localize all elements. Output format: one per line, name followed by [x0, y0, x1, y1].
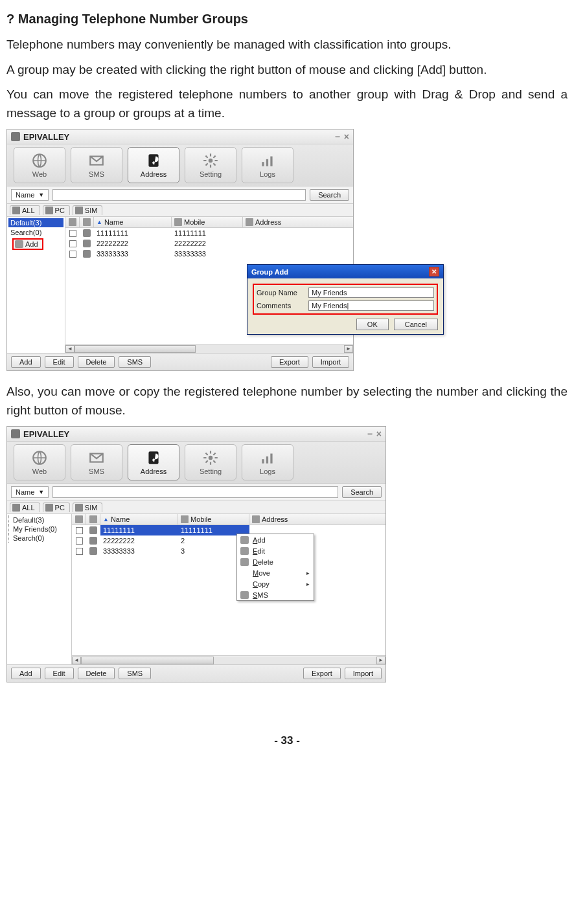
- search-button[interactable]: Search: [310, 189, 349, 201]
- table-row[interactable]: 22222222 22222222: [65, 238, 353, 249]
- sim-icon: [75, 504, 83, 512]
- checkbox[interactable]: [69, 240, 76, 247]
- search-field-dropdown[interactable]: Name ▼: [11, 486, 49, 498]
- ctx-add[interactable]: Add: [237, 534, 314, 545]
- col-mobile[interactable]: Mobile: [178, 514, 249, 524]
- checkbox[interactable]: [69, 251, 76, 258]
- bottom-toolbar: Add Edit Delete SMS Export Import: [7, 664, 385, 682]
- toolbar-logs[interactable]: Logs: [242, 147, 293, 183]
- sidebar-item-default[interactable]: Default(3): [8, 218, 63, 227]
- scroll-left-icon[interactable]: ◄: [72, 657, 81, 664]
- ctx-move[interactable]: Move▸: [237, 567, 314, 578]
- paragraph: You can move the registered telephone nu…: [6, 85, 568, 122]
- sidebar-item[interactable]: Default(3): [8, 515, 70, 524]
- scroll-thumb[interactable]: [81, 657, 214, 664]
- minimize-icon[interactable]: −: [367, 429, 373, 439]
- ok-button[interactable]: OK: [356, 319, 389, 330]
- ctx-sms[interactable]: SMS: [237, 589, 314, 600]
- minimize-icon[interactable]: −: [335, 131, 340, 142]
- col-name[interactable]: ▲Name: [100, 514, 178, 524]
- tab-all[interactable]: ALL: [10, 502, 40, 512]
- sms-button[interactable]: SMS: [119, 668, 151, 679]
- scroll-right-icon[interactable]: ►: [344, 345, 353, 353]
- tab-sim[interactable]: SIM: [73, 205, 103, 215]
- add-button[interactable]: Add: [11, 668, 41, 679]
- ctx-delete[interactable]: Delete: [237, 556, 314, 567]
- scroll-thumb[interactable]: [75, 345, 196, 353]
- search-input[interactable]: [52, 189, 306, 201]
- toolbar-label: Setting: [200, 468, 222, 475]
- sidebar-item[interactable]: My Friends(0): [8, 524, 70, 534]
- toolbar-web[interactable]: Web: [14, 444, 65, 480]
- export-button[interactable]: Export: [303, 668, 341, 679]
- col-address[interactable]: Address: [243, 217, 353, 227]
- tab-sim[interactable]: SIM: [73, 502, 103, 512]
- submenu-arrow-icon: ▸: [306, 570, 310, 576]
- sms-button[interactable]: SMS: [119, 356, 151, 368]
- toolbar-label: SMS: [89, 468, 104, 475]
- import-button[interactable]: Import: [312, 356, 349, 368]
- table-row[interactable]: 33333333 33333333: [65, 249, 353, 259]
- dialog-titlebar[interactable]: Group Add ✕: [247, 265, 443, 278]
- toolbar-sms[interactable]: SMS: [71, 444, 122, 480]
- add-button[interactable]: Add: [11, 356, 41, 368]
- tab-pc[interactable]: PC: [43, 502, 70, 512]
- tab-pc[interactable]: PC: [43, 205, 70, 215]
- bars-icon: [258, 449, 277, 466]
- export-button[interactable]: Export: [271, 356, 308, 368]
- table-row[interactable]: 11111111 11111111: [72, 525, 385, 535]
- toolbar-sms[interactable]: SMS: [71, 147, 122, 183]
- col-mobile[interactable]: Mobile: [172, 217, 243, 227]
- checkbox[interactable]: [76, 527, 83, 534]
- h-scrollbar[interactable]: ◄ ►: [65, 344, 353, 353]
- h-scrollbar[interactable]: ◄ ►: [72, 655, 385, 664]
- edit-button[interactable]: Edit: [45, 668, 74, 679]
- table-row[interactable]: 22222222 2: [72, 535, 385, 546]
- col-address[interactable]: Address: [249, 514, 385, 524]
- cell-name: 33333333: [100, 546, 178, 556]
- search-field-dropdown[interactable]: Name ▼: [11, 189, 49, 201]
- check-header-icon[interactable]: [75, 515, 83, 523]
- search-button[interactable]: Search: [342, 486, 382, 498]
- check-header-icon[interactable]: [69, 218, 76, 226]
- scroll-right-icon[interactable]: ►: [376, 657, 385, 664]
- toolbar-setting[interactable]: Setting: [185, 147, 236, 183]
- toolbar-address[interactable]: Address: [128, 444, 179, 480]
- tab-all[interactable]: ALL: [10, 205, 40, 215]
- svg-point-10: [209, 456, 213, 460]
- toolbar-label: Address: [141, 468, 166, 475]
- ctx-edit[interactable]: Edit: [237, 545, 314, 556]
- cell-mobile: 33333333: [172, 249, 243, 259]
- checkbox[interactable]: [69, 230, 76, 237]
- group-name-input[interactable]: My Friends: [308, 287, 434, 298]
- delete-button[interactable]: Delete: [78, 668, 115, 679]
- toolbar-address[interactable]: Address: [128, 147, 179, 183]
- col-name[interactable]: ▲Name: [94, 217, 172, 227]
- edit-button[interactable]: Edit: [45, 356, 74, 368]
- source-icon: [89, 547, 97, 555]
- table-row[interactable]: 33333333 3: [72, 546, 385, 556]
- cancel-button[interactable]: Cancel: [394, 319, 438, 330]
- context-add-button[interactable]: Add: [12, 238, 43, 250]
- section-heading: ? Managing Telephone Number Groups: [6, 12, 568, 27]
- import-button[interactable]: Import: [345, 668, 382, 679]
- search-bar: Name ▼ Search: [7, 186, 353, 204]
- search-input[interactable]: [52, 486, 338, 498]
- ctx-copy[interactable]: Copy▸: [237, 578, 314, 589]
- checkbox[interactable]: [76, 537, 83, 545]
- sidebar-item[interactable]: Search(0): [8, 534, 70, 543]
- app-window: EPIVALLEY − × Web SMS Address Setti: [6, 129, 354, 371]
- mobile-icon: [174, 218, 182, 226]
- dialog-close-icon[interactable]: ✕: [429, 267, 439, 276]
- toolbar-logs[interactable]: Logs: [242, 444, 293, 480]
- sidebar-item-search[interactable]: Search(0): [8, 228, 63, 237]
- delete-button[interactable]: Delete: [78, 356, 115, 368]
- scroll-left-icon[interactable]: ◄: [65, 345, 75, 353]
- comments-input[interactable]: My Friends|: [308, 300, 434, 311]
- checkbox[interactable]: [76, 548, 83, 555]
- close-icon[interactable]: ×: [344, 131, 349, 142]
- table-row[interactable]: 11111111 11111111: [65, 228, 353, 238]
- toolbar-setting[interactable]: Setting: [185, 444, 236, 480]
- toolbar-web[interactable]: Web: [14, 147, 65, 183]
- close-icon[interactable]: ×: [376, 429, 382, 439]
